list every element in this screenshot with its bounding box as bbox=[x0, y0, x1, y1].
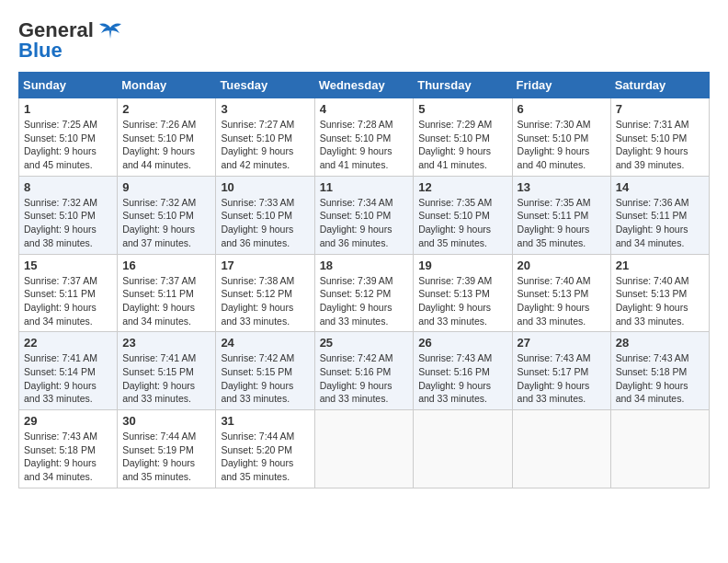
day-detail: Sunrise: 7:39 AM Sunset: 5:12 PM Dayligh… bbox=[320, 274, 409, 328]
day-detail: Sunrise: 7:42 AM Sunset: 5:16 PM Dayligh… bbox=[320, 351, 409, 406]
column-header-tuesday: Tuesday bbox=[216, 73, 314, 98]
calendar-day-cell: 17 Sunrise: 7:38 AM Sunset: 5:12 PM Dayl… bbox=[216, 254, 314, 332]
calendar-day-cell: 3 Sunrise: 7:27 AM Sunset: 5:10 PM Dayli… bbox=[216, 98, 314, 177]
calendar-day-cell: 29 Sunrise: 7:43 AM Sunset: 5:18 PM Dayl… bbox=[19, 410, 118, 488]
calendar-day-cell: 26 Sunrise: 7:43 AM Sunset: 5:16 PM Dayl… bbox=[414, 332, 512, 410]
calendar-day-cell: 9 Sunrise: 7:32 AM Sunset: 5:10 PM Dayli… bbox=[118, 176, 216, 254]
day-detail: Sunrise: 7:41 AM Sunset: 5:14 PM Dayligh… bbox=[24, 351, 112, 406]
day-detail: Sunrise: 7:38 AM Sunset: 5:12 PM Dayligh… bbox=[221, 274, 309, 328]
day-number: 21 bbox=[616, 259, 704, 272]
calendar-day-cell: 2 Sunrise: 7:26 AM Sunset: 5:10 PM Dayli… bbox=[118, 98, 216, 177]
day-detail: Sunrise: 7:25 AM Sunset: 5:10 PM Dayligh… bbox=[24, 118, 112, 172]
calendar-day-cell: 10 Sunrise: 7:33 AM Sunset: 5:10 PM Dayl… bbox=[216, 176, 314, 254]
day-number: 4 bbox=[320, 102, 409, 116]
day-detail: Sunrise: 7:43 AM Sunset: 5:18 PM Dayligh… bbox=[24, 430, 112, 484]
day-detail: Sunrise: 7:43 AM Sunset: 5:17 PM Dayligh… bbox=[518, 351, 606, 406]
calendar-day-cell: 23 Sunrise: 7:41 AM Sunset: 5:15 PM Dayl… bbox=[118, 332, 216, 410]
calendar-table: SundayMondayTuesdayWednesdayThursdayFrid… bbox=[18, 72, 710, 488]
calendar-day-cell bbox=[610, 410, 709, 488]
day-number: 5 bbox=[418, 102, 506, 116]
calendar-day-cell: 24 Sunrise: 7:42 AM Sunset: 5:15 PM Dayl… bbox=[216, 332, 314, 410]
day-number: 19 bbox=[418, 259, 506, 272]
day-detail: Sunrise: 7:35 AM Sunset: 5:11 PM Dayligh… bbox=[518, 196, 606, 250]
calendar-week-row: 15 Sunrise: 7:37 AM Sunset: 5:11 PM Dayl… bbox=[19, 254, 710, 332]
day-number: 24 bbox=[221, 336, 309, 350]
day-number: 16 bbox=[122, 259, 210, 272]
calendar-header-row: SundayMondayTuesdayWednesdayThursdayFrid… bbox=[19, 73, 710, 98]
day-detail: Sunrise: 7:27 AM Sunset: 5:10 PM Dayligh… bbox=[221, 118, 309, 172]
day-number: 29 bbox=[24, 414, 112, 428]
day-detail: Sunrise: 7:37 AM Sunset: 5:11 PM Dayligh… bbox=[24, 274, 112, 328]
day-number: 6 bbox=[518, 102, 606, 116]
calendar-day-cell: 30 Sunrise: 7:44 AM Sunset: 5:19 PM Dayl… bbox=[118, 410, 216, 488]
day-number: 2 bbox=[122, 102, 210, 116]
logo: General Blue bbox=[18, 18, 123, 63]
day-number: 3 bbox=[221, 102, 309, 116]
day-detail: Sunrise: 7:34 AM Sunset: 5:10 PM Dayligh… bbox=[320, 196, 409, 250]
calendar-day-cell: 13 Sunrise: 7:35 AM Sunset: 5:11 PM Dayl… bbox=[512, 176, 610, 254]
column-header-thursday: Thursday bbox=[414, 73, 512, 98]
day-detail: Sunrise: 7:26 AM Sunset: 5:10 PM Dayligh… bbox=[122, 118, 210, 172]
day-number: 8 bbox=[24, 180, 112, 194]
calendar-day-cell: 6 Sunrise: 7:30 AM Sunset: 5:10 PM Dayli… bbox=[512, 98, 610, 177]
day-number: 11 bbox=[320, 180, 409, 194]
day-number: 14 bbox=[616, 180, 704, 194]
day-number: 18 bbox=[320, 259, 409, 272]
calendar-day-cell: 12 Sunrise: 7:35 AM Sunset: 5:10 PM Dayl… bbox=[414, 176, 512, 254]
calendar-day-cell bbox=[414, 410, 512, 488]
logo-blue: Blue bbox=[18, 39, 63, 63]
calendar-week-row: 22 Sunrise: 7:41 AM Sunset: 5:14 PM Dayl… bbox=[19, 332, 710, 410]
day-number: 26 bbox=[418, 336, 506, 350]
calendar-day-cell: 5 Sunrise: 7:29 AM Sunset: 5:10 PM Dayli… bbox=[414, 98, 512, 177]
day-detail: Sunrise: 7:29 AM Sunset: 5:10 PM Dayligh… bbox=[418, 118, 506, 172]
calendar-day-cell: 15 Sunrise: 7:37 AM Sunset: 5:11 PM Dayl… bbox=[19, 254, 118, 332]
day-detail: Sunrise: 7:31 AM Sunset: 5:10 PM Dayligh… bbox=[616, 118, 704, 172]
calendar-week-row: 1 Sunrise: 7:25 AM Sunset: 5:10 PM Dayli… bbox=[19, 98, 710, 177]
day-number: 9 bbox=[122, 180, 210, 194]
day-number: 10 bbox=[221, 180, 309, 194]
column-header-wednesday: Wednesday bbox=[314, 73, 414, 98]
day-number: 25 bbox=[320, 336, 409, 350]
day-detail: Sunrise: 7:32 AM Sunset: 5:10 PM Dayligh… bbox=[24, 196, 112, 250]
calendar-day-cell: 4 Sunrise: 7:28 AM Sunset: 5:10 PM Dayli… bbox=[314, 98, 414, 177]
day-detail: Sunrise: 7:43 AM Sunset: 5:16 PM Dayligh… bbox=[418, 351, 506, 406]
calendar-day-cell: 1 Sunrise: 7:25 AM Sunset: 5:10 PM Dayli… bbox=[19, 98, 118, 177]
day-detail: Sunrise: 7:37 AM Sunset: 5:11 PM Dayligh… bbox=[122, 274, 210, 328]
calendar-day-cell: 11 Sunrise: 7:34 AM Sunset: 5:10 PM Dayl… bbox=[314, 176, 414, 254]
calendar-day-cell: 27 Sunrise: 7:43 AM Sunset: 5:17 PM Dayl… bbox=[512, 332, 610, 410]
day-detail: Sunrise: 7:40 AM Sunset: 5:13 PM Dayligh… bbox=[518, 274, 606, 328]
column-header-monday: Monday bbox=[118, 73, 216, 98]
calendar-day-cell: 25 Sunrise: 7:42 AM Sunset: 5:16 PM Dayl… bbox=[314, 332, 414, 410]
calendar-day-cell: 20 Sunrise: 7:40 AM Sunset: 5:13 PM Dayl… bbox=[512, 254, 610, 332]
day-number: 12 bbox=[418, 180, 506, 194]
day-detail: Sunrise: 7:41 AM Sunset: 5:15 PM Dayligh… bbox=[122, 351, 210, 406]
day-number: 17 bbox=[221, 259, 309, 272]
day-number: 22 bbox=[24, 336, 112, 350]
day-detail: Sunrise: 7:33 AM Sunset: 5:10 PM Dayligh… bbox=[221, 196, 309, 250]
day-number: 1 bbox=[24, 102, 112, 116]
day-number: 15 bbox=[24, 259, 112, 272]
calendar-day-cell: 21 Sunrise: 7:40 AM Sunset: 5:13 PM Dayl… bbox=[610, 254, 709, 332]
day-detail: Sunrise: 7:28 AM Sunset: 5:10 PM Dayligh… bbox=[320, 118, 409, 172]
day-number: 31 bbox=[221, 414, 309, 428]
column-header-sunday: Sunday bbox=[19, 73, 118, 98]
column-header-saturday: Saturday bbox=[610, 73, 709, 98]
calendar-day-cell: 18 Sunrise: 7:39 AM Sunset: 5:12 PM Dayl… bbox=[314, 254, 414, 332]
calendar-day-cell: 16 Sunrise: 7:37 AM Sunset: 5:11 PM Dayl… bbox=[118, 254, 216, 332]
day-detail: Sunrise: 7:44 AM Sunset: 5:19 PM Dayligh… bbox=[122, 430, 210, 484]
day-detail: Sunrise: 7:32 AM Sunset: 5:10 PM Dayligh… bbox=[122, 196, 210, 250]
logo-bird-icon bbox=[97, 20, 123, 40]
calendar-day-cell: 14 Sunrise: 7:36 AM Sunset: 5:11 PM Dayl… bbox=[610, 176, 709, 254]
calendar-day-cell: 31 Sunrise: 7:44 AM Sunset: 5:20 PM Dayl… bbox=[216, 410, 314, 488]
day-detail: Sunrise: 7:35 AM Sunset: 5:10 PM Dayligh… bbox=[418, 196, 506, 250]
day-number: 27 bbox=[518, 336, 606, 350]
day-number: 7 bbox=[616, 102, 704, 116]
day-number: 23 bbox=[122, 336, 210, 350]
calendar-day-cell: 7 Sunrise: 7:31 AM Sunset: 5:10 PM Dayli… bbox=[610, 98, 709, 177]
day-detail: Sunrise: 7:40 AM Sunset: 5:13 PM Dayligh… bbox=[616, 274, 704, 328]
day-detail: Sunrise: 7:36 AM Sunset: 5:11 PM Dayligh… bbox=[616, 196, 704, 250]
day-detail: Sunrise: 7:42 AM Sunset: 5:15 PM Dayligh… bbox=[221, 351, 309, 406]
calendar-day-cell bbox=[512, 410, 610, 488]
calendar-day-cell: 19 Sunrise: 7:39 AM Sunset: 5:13 PM Dayl… bbox=[414, 254, 512, 332]
day-detail: Sunrise: 7:39 AM Sunset: 5:13 PM Dayligh… bbox=[418, 274, 506, 328]
